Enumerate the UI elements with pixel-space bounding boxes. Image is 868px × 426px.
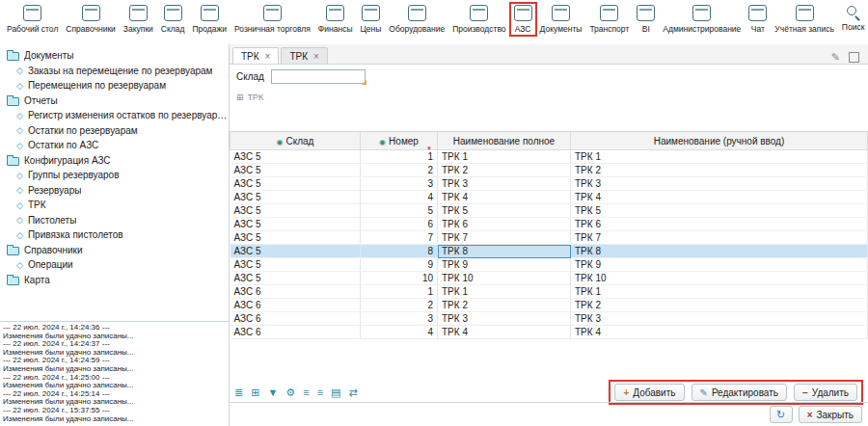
cell-nomer[interactable]: 6 [361, 218, 438, 231]
table-row[interactable]: АЗС 62ТРК 2ТРК 2 [231, 299, 868, 312]
cell-nomer[interactable]: 9 [361, 258, 438, 272]
toolbar-item-sales[interactable]: Продажи [188, 3, 231, 36]
view-list-icon[interactable]: ≣ [234, 387, 243, 398]
sidebar-item-trk[interactable]: ◇ТРК [0, 198, 229, 213]
list-icon[interactable]: ≡ [303, 387, 309, 398]
delete-button[interactable]: −Удалить [794, 384, 857, 401]
cell-sklad[interactable]: АЗС 5 [231, 272, 361, 285]
sidebar-item-gruppy-rezervuarov[interactable]: ◇Группы резервуаров [0, 168, 229, 183]
tab-close-icon[interactable]: × [265, 51, 271, 62]
toolbar-item-chat[interactable]: Чат [745, 3, 771, 36]
sidebar-item-pistolety[interactable]: ◇Пистолеты [0, 213, 229, 228]
cell-sklad[interactable]: АЗС 5 [231, 150, 361, 164]
cell-nomer[interactable]: 7 [361, 231, 438, 245]
table-row[interactable]: АЗС 58ТРК 8ТРК 8 [231, 245, 868, 258]
table-row[interactable]: АЗС 52ТРК 2ТРК 2 [231, 164, 868, 177]
cell-sklad[interactable]: АЗС 6 [231, 312, 361, 326]
sidebar-item-konfiguratsiya-azs[interactable]: Конфигурация АЗС [0, 153, 229, 169]
transfer-icon[interactable]: ⇄ [348, 387, 357, 398]
toolbar-item-documents[interactable]: Документы [536, 3, 586, 36]
cell-sklad[interactable]: АЗС 5 [231, 191, 361, 204]
table-row[interactable]: АЗС 510ТРК 10ТРК 10 [231, 272, 868, 285]
table-row[interactable]: АЗС 53ТРК 3ТРК 3 [231, 177, 868, 191]
cell-manual[interactable]: ТРК 3 [571, 177, 868, 191]
cell-manual[interactable]: ТРК 3 [571, 312, 868, 326]
add-button[interactable]: +Добавить [614, 384, 684, 401]
column-header[interactable]: ◉Склад [231, 132, 361, 150]
table-row[interactable]: АЗС 56ТРК 6ТРК 6 [231, 218, 868, 231]
cell-sklad[interactable]: АЗС 5 [231, 258, 361, 272]
tab-close-icon[interactable]: × [313, 51, 319, 62]
sidebar-item-operatsii[interactable]: ◇Операции [0, 257, 229, 273]
toolbar-item-warehouse[interactable]: Склад [157, 3, 189, 36]
cell-manual[interactable]: ТРК 7 [571, 231, 868, 245]
cell-sklad[interactable]: АЗС 5 [231, 177, 361, 191]
group-header[interactable]: ⊞ ТРК [236, 93, 263, 102]
toolbar-item-desktop[interactable]: Рабочий стол [3, 3, 62, 36]
cell-sklad[interactable]: АЗС 5 [231, 218, 361, 231]
cell-nomer[interactable]: 10 [361, 272, 438, 285]
group-toggle-icon[interactable]: ⊞ [236, 93, 244, 102]
table-row[interactable]: АЗС 61ТРК 1ТРК 1 [231, 285, 868, 299]
cell-full[interactable]: ТРК 3 [438, 312, 571, 326]
sort-list-icon[interactable]: ≡ [317, 387, 323, 398]
cell-manual[interactable]: ТРК 1 [571, 150, 868, 164]
cell-sklad[interactable]: АЗС 5 [231, 231, 361, 245]
cell-manual[interactable]: ТРК 10 [571, 272, 868, 285]
copy-icon[interactable]: ▤ [331, 387, 340, 398]
sidebar-item-zakazy-na-peremeshchenie[interactable]: ◇Заказы на перемещение по резервуарам [0, 64, 229, 79]
filter-icon[interactable]: ▼ [267, 387, 278, 398]
toolbar-item-retail[interactable]: Розничная торговля [231, 3, 314, 36]
close-button[interactable]: × Закрыть [799, 406, 862, 423]
cell-nomer[interactable]: 1 [361, 285, 438, 299]
cell-manual[interactable]: ТРК 2 [571, 164, 868, 177]
sidebar-item-peremeshcheniya[interactable]: ◇Перемещения по резервуарам [0, 78, 229, 93]
cell-nomer[interactable]: 4 [361, 191, 438, 204]
cell-nomer[interactable]: 2 [361, 164, 438, 177]
table-row[interactable]: АЗС 51ТРК 1ТРК 1 [231, 150, 868, 164]
cell-full[interactable]: ТРК 1 [438, 150, 571, 164]
cell-full[interactable]: ТРК 8 [438, 245, 571, 258]
cell-manual[interactable]: ТРК 1 [571, 285, 868, 299]
table-row[interactable]: АЗС 57ТРК 7ТРК 7 [231, 231, 868, 245]
sidebar-item-spravochniki[interactable]: Справочники [0, 243, 229, 258]
cell-full[interactable]: ТРК 6 [438, 218, 571, 231]
cell-sklad[interactable]: АЗС 5 [231, 245, 361, 258]
sidebar-item-karta[interactable]: Карта [0, 273, 229, 288]
column-header[interactable]: ◉Номер▼ [361, 132, 438, 150]
cell-manual[interactable]: ТРК 8 [571, 245, 868, 258]
sidebar-item-dokumenty[interactable]: Документы [0, 48, 229, 64]
view-table-icon[interactable]: ⊞ [251, 387, 259, 398]
tab-trk-2[interactable]: ТРК× [281, 47, 327, 64]
cell-sklad[interactable]: АЗС 6 [231, 326, 361, 339]
cell-full[interactable]: ТРК 1 [438, 285, 571, 299]
toolbar-item-production[interactable]: Производство [448, 3, 509, 36]
toolbar-item-account[interactable]: Учётная запись [771, 3, 838, 36]
expand-window-icon[interactable] [849, 52, 859, 63]
cell-nomer[interactable]: 2 [361, 299, 438, 312]
cell-nomer[interactable]: 1 [361, 150, 438, 164]
cell-manual[interactable]: ТРК 5 [571, 204, 868, 218]
edit-form-icon[interactable]: ✎ [831, 51, 840, 64]
cell-full[interactable]: ТРК 4 [438, 326, 571, 339]
toolbar-item-references[interactable]: Справочники [62, 3, 120, 36]
cell-full[interactable]: ТРК 9 [438, 258, 571, 272]
toolbar-item-transport[interactable]: Транспорт [585, 3, 633, 36]
cell-full[interactable]: ТРК 2 [438, 164, 571, 177]
table-row[interactable]: АЗС 55ТРК 5ТРК 5 [231, 204, 868, 218]
toolbar-item-azs[interactable]: АЗС [510, 3, 536, 36]
table-row[interactable]: АЗС 63ТРК 3ТРК 3 [231, 312, 868, 326]
cell-nomer[interactable]: 4 [361, 326, 438, 339]
refresh-button[interactable]: ↻ [770, 406, 793, 423]
table-row[interactable]: АЗС 64ТРК 4ТРК 4 [231, 326, 868, 339]
cell-full[interactable]: ТРК 7 [438, 231, 571, 245]
filter-input[interactable] [271, 69, 366, 84]
toolbar-item-bi[interactable]: BI [633, 3, 659, 36]
cell-full[interactable]: ТРК 3 [438, 177, 571, 191]
column-header[interactable]: Наименование полное [438, 132, 571, 150]
toolbar-item-administration[interactable]: Администрирование [659, 3, 745, 36]
cell-manual[interactable]: ТРК 9 [571, 258, 868, 272]
sidebar-item-privyazka-pistoletov[interactable]: ◇Привязка пистолетов [0, 227, 229, 243]
cell-nomer[interactable]: 5 [361, 204, 438, 218]
settings-gear-icon[interactable]: ⚙ [285, 387, 295, 398]
